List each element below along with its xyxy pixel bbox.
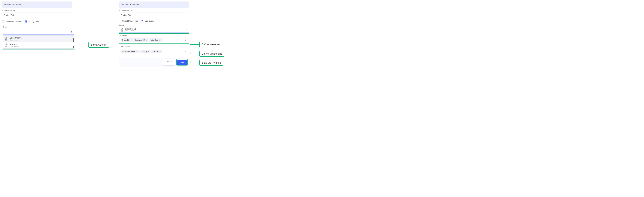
- query-option[interactable]: test0987 Data Analyst: [3, 42, 74, 48]
- formula-name-label: Formula Name *: [2, 9, 72, 12]
- radio-use-queries[interactable]: Use Queries: [141, 20, 155, 22]
- dimensions-input[interactable]: Customer Name✕ Country✕ Gender✕ ▲▼: [120, 48, 188, 54]
- scrollbar[interactable]: [73, 38, 74, 42]
- dimension-tag: Customer Name✕: [121, 50, 139, 53]
- remove-tag-icon[interactable]: ✕: [148, 50, 149, 52]
- chevron-sort-icon: ▲▼: [184, 39, 187, 41]
- remove-tag-icon[interactable]: ✕: [136, 50, 138, 52]
- measures-label: Measures: [120, 34, 188, 36]
- close-icon[interactable]: ✕: [185, 3, 187, 6]
- remove-tag-icon[interactable]: ✕: [146, 39, 147, 41]
- measure-tag: Order ID✕: [121, 38, 132, 42]
- cancel-button[interactable]: Cancel: [163, 59, 175, 66]
- radio-icon: [25, 20, 27, 23]
- chevron-sort-icon: ▲▼: [70, 31, 72, 33]
- scrollbar[interactable]: [73, 46, 74, 48]
- dialog-title: Add what-if formulae: [121, 4, 140, 6]
- query-dropdown: Sales Query1 Data Analyst test0987 Data …: [3, 36, 74, 48]
- measure-tag: Customer ID✕: [134, 38, 148, 42]
- save-button[interactable]: Save: [177, 60, 187, 65]
- remove-tag-icon[interactable]: ✕: [159, 39, 160, 41]
- dialog-header: Add what-if formulae ✕: [2, 2, 72, 8]
- chevron-sort-icon: ▲▼: [184, 50, 187, 52]
- add-formula-dialog: Add what-if formulae ✕ Formula Name * Se…: [2, 2, 72, 50]
- sql-file-icon: [5, 37, 8, 41]
- dialog-footer: Cancel Save: [119, 58, 189, 67]
- radio-select-datasource[interactable]: Select Datasource: [2, 20, 21, 23]
- source-radio-group: Select Datasource Use Queries: [119, 19, 189, 22]
- radio-select-datasource[interactable]: Select Datasource: [119, 20, 138, 22]
- measures-input[interactable]: Order ID✕ Customer ID✕ Total Cost✕ ▲▼: [120, 37, 188, 43]
- measure-tag: Total Cost✕: [149, 38, 162, 42]
- query-select[interactable]: ▲▼: [3, 29, 74, 34]
- remove-tag-icon[interactable]: ✕: [160, 50, 161, 52]
- dialog-header: Add what-if formulae ✕: [119, 2, 189, 8]
- dimension-tag: Country✕: [140, 50, 150, 53]
- formula-name-input[interactable]: [119, 12, 189, 18]
- close-icon[interactable]: ✕: [68, 3, 70, 6]
- query-label: Query: [3, 26, 74, 28]
- clear-query-icon[interactable]: ✕: [186, 29, 188, 31]
- annotation-define-measures: Define Measures: [200, 42, 222, 48]
- radio-icon: [141, 20, 143, 22]
- radio-use-queries[interactable]: Use Queries: [25, 20, 39, 23]
- selected-query-box[interactable]: Sales Query1 Data Analyst ✕: [119, 27, 189, 33]
- remove-tag-icon[interactable]: ✕: [130, 39, 131, 41]
- annotation-save-formula: Save the Formula: [200, 60, 223, 66]
- annotation-select-queries: Select Queries: [88, 42, 109, 48]
- radio-icon: [119, 20, 121, 22]
- annotation-define-dimensions: Define Dimensions: [200, 51, 224, 57]
- sql-file-icon: [5, 44, 8, 47]
- dimensions-label: Dimensions: [120, 46, 188, 48]
- add-formula-dialog: Add what-if formulae ✕ Formula Name * Se…: [119, 2, 189, 67]
- dialog-title: Add what-if formulae: [4, 4, 23, 6]
- source-radio-group: Select Datasource Use Queries: [2, 19, 72, 24]
- radio-icon: [2, 20, 4, 23]
- dimension-tag: Gender✕: [152, 50, 162, 53]
- sql-file-icon: [120, 28, 124, 32]
- query-option[interactable]: Sales Query1 Data Analyst: [3, 36, 74, 42]
- formula-name-label: Formula Name *: [119, 9, 189, 12]
- query-label: Query: [119, 24, 189, 26]
- formula-name-input[interactable]: [2, 12, 72, 18]
